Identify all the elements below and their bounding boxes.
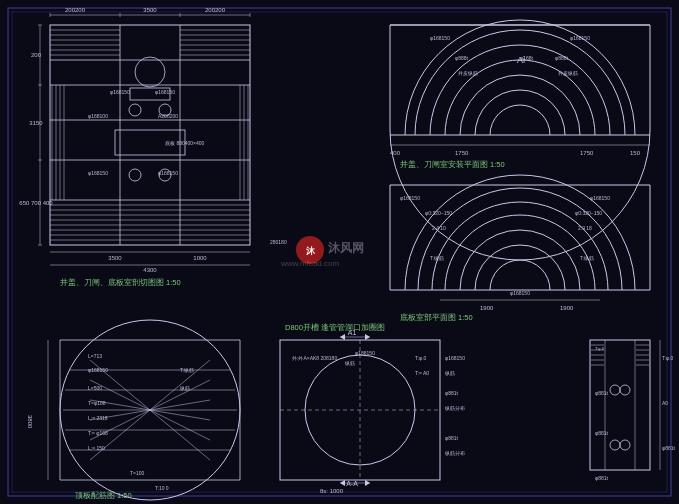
section-label-aa: A-A: [346, 480, 358, 487]
svg-text:1750: 1750: [580, 150, 594, 156]
svg-text:φ0:320~150: φ0:320~150: [575, 210, 602, 216]
svg-text:T:= A0: T:= A0: [415, 370, 429, 376]
svg-text:纵筋: 纵筋: [180, 385, 190, 391]
watermark-sitename: 沐风网: [328, 241, 364, 255]
svg-text:3800: 3800: [27, 415, 33, 429]
svg-text:L:= 2318: L:= 2318: [88, 415, 108, 421]
svg-text:200: 200: [31, 52, 42, 58]
svg-text:φ0:320~150: φ0:320~150: [425, 210, 452, 216]
svg-text:φ168150: φ168150: [430, 35, 450, 41]
svg-text:纵筋分布: 纵筋分布: [445, 405, 465, 411]
svg-text:2.4 10: 2.4 10: [432, 225, 446, 231]
svg-text:A0: A0: [662, 400, 668, 406]
svg-text:1900: 1900: [560, 305, 574, 311]
title-section5: D800开槽 逢管管洞口加圈图: [285, 323, 385, 332]
svg-text:φ881t: φ881t: [445, 390, 459, 396]
svg-text:1750: 1750: [455, 150, 469, 156]
svg-text:外:外A×AK8 208180: 外:外A×AK8 208180: [292, 355, 337, 361]
svg-text:400: 400: [390, 150, 401, 156]
svg-text:φ168150: φ168150: [400, 195, 420, 201]
svg-text:T:纵筋: T:纵筋: [580, 255, 594, 261]
svg-text:φ168100: φ168100: [88, 113, 108, 119]
svg-text:纵筋分布: 纵筋分布: [445, 450, 465, 456]
svg-text:φ188150: φ188150: [355, 350, 375, 356]
svg-text:φ881t: φ881t: [445, 435, 459, 441]
svg-text:L:= 150: L:= 150: [88, 445, 105, 451]
title-section1: 井盖、刀闸、底板室剖切图图 1:50: [60, 278, 181, 287]
svg-text:T:φ.0: T:φ.0: [662, 355, 674, 361]
title-section2: 井盖、刀闸室安装平面图 1:50: [400, 160, 505, 169]
svg-text:2.9 18: 2.9 18: [578, 225, 592, 231]
svg-text:沐: 沐: [306, 246, 316, 256]
svg-text:T:= φ168: T:= φ168: [88, 430, 108, 436]
svg-text:650 700 400: 650 700 400: [19, 200, 53, 206]
title-section3: 底板室部平面图 1:50: [400, 313, 473, 322]
svg-text:φ881t: φ881t: [595, 430, 609, 436]
svg-text:并皮纵筋: 并皮纵筋: [558, 70, 578, 76]
svg-text:φ888t: φ888t: [555, 55, 569, 61]
svg-text:底板 880400×400: 底板 880400×400: [165, 140, 205, 146]
svg-text:φ881t: φ881t: [662, 445, 676, 451]
svg-text:280180: 280180: [270, 239, 287, 245]
svg-text:1900: 1900: [480, 305, 494, 311]
svg-text:3500: 3500: [108, 255, 122, 261]
svg-text:T=100: T=100: [130, 470, 145, 476]
svg-text:φ168150: φ168150: [158, 170, 178, 176]
svg-text:φ168150: φ168150: [155, 89, 175, 95]
svg-text:φ881t: φ881t: [595, 390, 609, 396]
svg-text:L=500: L=500: [88, 385, 102, 391]
svg-text:T=φ188: T=φ188: [88, 400, 106, 406]
svg-text:φ888t: φ888t: [455, 55, 469, 61]
svg-text:纵筋: 纵筋: [445, 370, 455, 376]
svg-text:8s: 1000: 8s: 1000: [320, 488, 344, 494]
svg-text:L=713: L=713: [88, 353, 102, 359]
svg-text:A208200: A208200: [158, 113, 178, 119]
svg-text:纵筋: 纵筋: [345, 360, 355, 366]
svg-text:4300: 4300: [143, 267, 157, 273]
watermark-url: www.mfcad.com: [280, 259, 340, 268]
svg-text:T:φ.0: T:φ.0: [415, 355, 427, 361]
title-section4: 顶板配筋图 1:50: [75, 491, 132, 500]
svg-text:φ168150: φ168150: [590, 195, 610, 201]
svg-text:3150: 3150: [29, 120, 43, 126]
svg-text:T:φ.0: T:φ.0: [595, 346, 605, 351]
svg-text:150: 150: [630, 150, 641, 156]
svg-text:φ168150: φ168150: [88, 170, 108, 176]
svg-text:φ168150: φ168150: [445, 355, 465, 361]
cad-svg: 200200 3500 200200 200 3150 650 700 400 …: [0, 0, 679, 504]
svg-text:T:纵筋: T:纵筋: [180, 367, 194, 373]
svg-text:φ168150: φ168150: [510, 290, 530, 296]
svg-text:φ168150: φ168150: [110, 89, 130, 95]
svg-text:φ881t: φ881t: [595, 475, 609, 481]
svg-text:1000: 1000: [193, 255, 207, 261]
svg-text:T:纵筋: T:纵筋: [430, 255, 444, 261]
svg-text:φ168150: φ168150: [88, 367, 108, 373]
drawing-area: 200200 3500 200200 200 3150 650 700 400 …: [0, 0, 679, 504]
svg-text:φ168150: φ168150: [570, 35, 590, 41]
svg-text:3500: 3500: [143, 7, 157, 13]
ai-label: Ai: [517, 55, 525, 65]
svg-text:200200: 200200: [65, 7, 86, 13]
svg-text:T:10 0: T:10 0: [155, 485, 169, 491]
svg-text:并皮纵筋: 并皮纵筋: [458, 70, 478, 76]
svg-text:200200: 200200: [205, 7, 226, 13]
